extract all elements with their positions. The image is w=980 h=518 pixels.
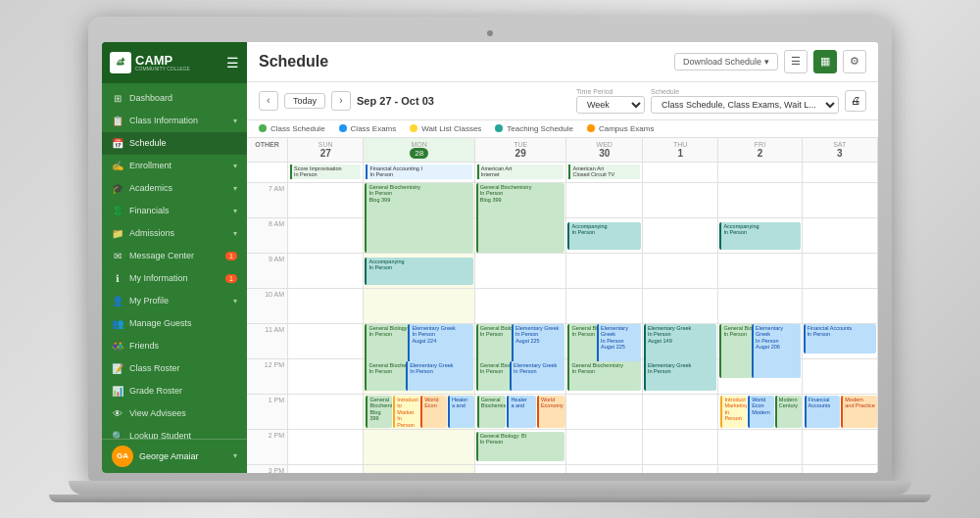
event-tue-12pm-greek[interactable]: Elementary Greek In Person bbox=[510, 361, 564, 391]
mini-event-2[interactable]: Financial Accounting IIn Person bbox=[366, 165, 471, 179]
list-view-button[interactable]: ☰ bbox=[784, 50, 808, 73]
event-mon-1pm-intro[interactable]: Introduct to Market In Person bbox=[393, 396, 419, 428]
sidebar-item-admissions[interactable]: 📁 Admissions ▾ bbox=[102, 222, 247, 245]
download-schedule-button[interactable]: Download Schedule ▾ bbox=[674, 53, 778, 71]
financials-icon: 💲 bbox=[112, 206, 123, 216]
sidebar-item-enrollment[interactable]: ✍ Enrollment ▾ bbox=[102, 155, 247, 177]
fri-num: 2 bbox=[722, 148, 797, 159]
sidebar-item-dashboard[interactable]: ⊞ Dashboard bbox=[102, 87, 247, 110]
event-mon-7am-biochem[interactable]: General Biochemistry In Person Blog 399 bbox=[365, 183, 472, 253]
calendar-view-button[interactable]: ▦ bbox=[813, 50, 837, 73]
cell-sun-1pm bbox=[288, 395, 364, 430]
sidebar-item-my-information[interactable]: ℹ My Information 1 bbox=[102, 267, 247, 290]
event-title: Financial bbox=[808, 397, 839, 403]
cell-wed-7am bbox=[566, 183, 642, 218]
event-detail: In Person bbox=[480, 439, 564, 446]
tue-num: 29 bbox=[479, 148, 563, 159]
header-wed: WED 30 bbox=[566, 138, 642, 163]
mini-event-1[interactable]: Score ImprovisationIn Person bbox=[290, 165, 361, 179]
time-11am: 11 AM bbox=[247, 324, 288, 359]
other-wed: American ArtClosed Circuit TV bbox=[566, 163, 642, 183]
event-fri-1pm-modern[interactable]: Modern Century bbox=[775, 396, 802, 428]
event-tue-1pm-world[interactable]: World Economy bbox=[537, 396, 566, 428]
sidebar-item-class-roster[interactable]: 📝 Class Roster bbox=[102, 357, 247, 380]
event-mon-1pm-healer[interactable]: Healer a and bbox=[448, 396, 474, 428]
header-sat: SAT 3 bbox=[803, 138, 878, 163]
event-tue-7am-biochem[interactable]: General Biochemistry In Person Blog 399 bbox=[476, 183, 565, 253]
cell-fri-8am: Accompanying In Person bbox=[718, 218, 802, 254]
sidebar-item-lookup-student[interactable]: 🔍 Lookup Student bbox=[102, 425, 247, 439]
event-wed-12pm-biochem[interactable]: General Biochemistry In Person bbox=[567, 361, 640, 391]
event-detail2: Blog 399 bbox=[369, 409, 390, 422]
event-tue-1pm-healer[interactable]: Healer a and bbox=[507, 396, 536, 428]
event-wed-8am-accompanying[interactable]: Accompanying In Person bbox=[567, 222, 640, 250]
event-tue-1pm-general[interactable]: General Biochemistry bbox=[477, 396, 507, 428]
sidebar-item-friends[interactable]: 👫 Friends bbox=[102, 335, 247, 357]
event-detail: In Person bbox=[808, 331, 874, 338]
event-detail: Accounts bbox=[808, 402, 839, 409]
sidebar-item-class-information[interactable]: 📋 Class Information ▾ bbox=[102, 110, 247, 132]
event-mon-1pm-world[interactable]: World Econ bbox=[420, 396, 447, 428]
time-1pm: 1 PM bbox=[247, 395, 288, 430]
sun-label: SUN bbox=[292, 141, 359, 148]
cell-thu-2pm bbox=[643, 430, 718, 465]
chevron-down-icon-6: ▾ bbox=[233, 297, 237, 306]
enrollment-icon: ✍ bbox=[112, 161, 123, 171]
cell-tue-3pm bbox=[475, 465, 567, 473]
time-period-select[interactable]: Week Day Month bbox=[576, 96, 645, 114]
event-detail: Modern bbox=[752, 409, 772, 416]
cell-mon-10am bbox=[364, 289, 474, 324]
event-sat-11am-financial[interactable]: Financial Accounts In Person bbox=[804, 324, 876, 353]
sidebar-item-financials[interactable]: 💲 Financials ▾ bbox=[102, 200, 247, 222]
event-detail: and Practice bbox=[845, 402, 875, 409]
sidebar-item-schedule[interactable]: 📅 Schedule bbox=[102, 132, 247, 155]
legend-dot-class-exams bbox=[339, 124, 347, 132]
event-title: Introduct bbox=[397, 397, 417, 403]
hamburger-icon[interactable]: ☰ bbox=[226, 55, 239, 71]
event-fri-8am-accompanying[interactable]: Accompanying In Person bbox=[719, 222, 800, 250]
cell-wed-1pm bbox=[566, 395, 642, 430]
sidebar-item-message-center[interactable]: ✉ Message Center 1 bbox=[102, 245, 247, 267]
event-fri-1pm-intro[interactable]: Introduct Marketing In Person bbox=[720, 396, 747, 428]
printer-icon: 🖨 bbox=[851, 95, 860, 106]
sidebar-item-my-profile[interactable]: 👤 My Profile ▾ bbox=[102, 290, 247, 312]
sidebar-item-grade-roster[interactable]: 📊 Grade Roster bbox=[102, 380, 247, 402]
event-thu-12pm-greek[interactable]: Elementary Greek In Person bbox=[644, 361, 716, 391]
event-title: Accompanying bbox=[368, 259, 470, 265]
schedule-type-select[interactable]: Class Schedule, Class Exams, Wait L... bbox=[651, 96, 839, 114]
cell-sat-10am bbox=[803, 289, 878, 324]
prev-week-button[interactable]: ‹ bbox=[259, 91, 278, 111]
time-period-label: Time Period bbox=[576, 88, 645, 95]
event-fri-11am-greek[interactable]: Elementary Greek In Person Augst 206 bbox=[752, 324, 800, 378]
event-sat-1pm-financial[interactable]: Financial Accounts bbox=[805, 396, 841, 428]
event-title: World bbox=[424, 397, 445, 403]
cell-sun-8am bbox=[288, 218, 364, 254]
settings-button[interactable]: ⚙ bbox=[843, 50, 866, 73]
cell-sun-3pm bbox=[288, 465, 364, 473]
mini-event-4[interactable]: American ArtClosed Circuit TV bbox=[568, 165, 639, 179]
controls-bar: ‹ Today › Sep 27 - Oct 03 Time Period bbox=[247, 82, 878, 120]
sidebar-item-view-advisees[interactable]: 👁 View Advisees bbox=[102, 402, 247, 425]
event-mon-1pm-general[interactable]: General Biochemistry Blog 399 bbox=[366, 396, 392, 428]
today-button[interactable]: Today bbox=[284, 93, 325, 109]
event-mon-9am-accompanying[interactable]: Accompanying In Person bbox=[365, 258, 472, 285]
event-detail: In Person bbox=[410, 368, 471, 375]
chevron-down-icon-4: ▾ bbox=[233, 207, 237, 215]
event-title: World bbox=[541, 397, 564, 403]
event-fri-1pm-world[interactable]: World Econ Modern bbox=[748, 396, 774, 428]
legend-class-exams: Class Exams bbox=[339, 124, 397, 133]
event-mon-12pm-greek[interactable]: Elementary Greek In Person bbox=[406, 361, 473, 391]
mini-event-3[interactable]: American ArtInternet bbox=[477, 165, 564, 179]
time-3pm: 3 PM bbox=[247, 465, 288, 473]
sidebar-item-manage-guests[interactable]: 👥 Manage Guests bbox=[102, 312, 247, 335]
next-week-button[interactable]: › bbox=[331, 91, 351, 111]
event-tue-2pm-biology[interactable]: General Biology: Bl In Person bbox=[476, 432, 565, 461]
sidebar-item-academics[interactable]: 🎓 Academics ▾ bbox=[102, 177, 247, 200]
time-period-wrapper: Time Period Week Day Month bbox=[576, 88, 645, 114]
thu-num: 1 bbox=[647, 148, 713, 159]
sidebar-item-label-schedule: Schedule bbox=[129, 138, 167, 148]
legend-bar: Class Schedule Class Exams Wait List Cla… bbox=[247, 120, 878, 138]
event-detail: In Person bbox=[648, 331, 714, 338]
print-button[interactable]: 🖨 bbox=[845, 90, 866, 112]
event-sat-1pm-modern[interactable]: Modern and Practice bbox=[841, 396, 877, 428]
